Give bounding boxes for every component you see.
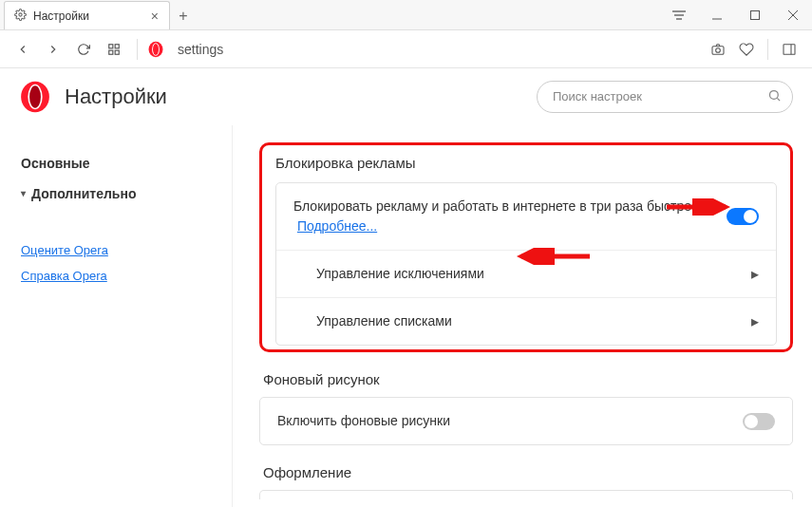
adblock-section-title: Блокировка рекламы [275, 155, 777, 171]
manage-exceptions-label: Управление исключениями [316, 264, 751, 284]
sidebar-item-label: Дополнительно [31, 186, 136, 201]
back-button[interactable] [9, 36, 36, 63]
manage-exceptions-row[interactable]: Управление исключениями ▸ [276, 250, 776, 297]
sidebar-item-basic[interactable]: Основные [21, 148, 215, 178]
snapshot-button[interactable] [705, 36, 731, 63]
svg-point-21 [29, 85, 41, 108]
settings-search-input[interactable] [537, 81, 793, 113]
svg-rect-15 [712, 46, 724, 54]
chevron-right-icon: ▸ [751, 265, 759, 283]
svg-rect-8 [109, 44, 113, 47]
sidebar-item-advanced[interactable]: Дополнительно [21, 178, 215, 209]
svg-line-23 [777, 98, 780, 101]
sidebar-rate-link[interactable]: Оцените Opera [21, 237, 215, 263]
maximize-button[interactable] [736, 1, 774, 29]
adblock-description: Блокировать рекламу и работать в интерне… [293, 197, 727, 236]
page-header: Настройки [0, 68, 812, 125]
easy-setup-icon[interactable] [660, 1, 698, 29]
wallpaper-section-title: Фоновый рисунок [263, 371, 793, 387]
reload-button[interactable] [70, 36, 97, 63]
page-title: Настройки [65, 84, 167, 109]
settings-content: Блокировка рекламы Блокировать рекламу и… [233, 125, 812, 507]
svg-point-0 [19, 12, 22, 15]
sidebar-panel-button[interactable] [776, 36, 803, 63]
svg-point-22 [770, 90, 779, 99]
titlebar: Настройки × + [0, 0, 812, 30]
gear-icon [14, 9, 27, 24]
opera-logo [19, 81, 51, 113]
learn-more-link[interactable]: Подробнее... [297, 218, 377, 234]
search-icon [767, 88, 782, 105]
divider [767, 39, 768, 60]
adblock-highlight: Блокировка рекламы Блокировать рекламу и… [259, 142, 793, 352]
appearance-section-title: Оформление [263, 464, 793, 480]
close-window-button[interactable] [774, 1, 812, 29]
wallpaper-section: Фоновый рисунок Включить фоновые рисунки [259, 371, 793, 445]
svg-point-14 [153, 44, 159, 55]
manage-lists-row[interactable]: Управление списками ▸ [276, 297, 776, 345]
url-field[interactable]: settings [168, 42, 701, 57]
address-bar: settings [0, 30, 812, 68]
settings-sidebar: Основные Дополнительно Оцените Opera Спр… [0, 125, 233, 507]
manage-lists-label: Управление списками [316, 311, 751, 331]
adblock-toggle-row: Блокировать рекламу и работать в интерне… [276, 183, 776, 250]
wallpaper-toggle-row: Включить фоновые рисунки [260, 398, 792, 444]
svg-rect-10 [109, 50, 113, 54]
adblock-card: Блокировать рекламу и работать в интерне… [275, 182, 777, 346]
speed-dial-button[interactable] [101, 36, 127, 63]
opera-icon [147, 41, 164, 58]
close-tab-icon[interactable]: × [148, 9, 161, 24]
bookmark-heart-button[interactable] [733, 36, 760, 63]
forward-button[interactable] [40, 36, 66, 63]
svg-rect-5 [751, 11, 760, 20]
adblock-toggle[interactable] [727, 208, 759, 225]
new-tab-button[interactable]: + [170, 3, 197, 29]
svg-rect-9 [115, 44, 119, 47]
wallpaper-toggle[interactable] [743, 413, 775, 430]
svg-point-16 [716, 47, 721, 52]
sidebar-help-link[interactable]: Справка Opera [21, 263, 215, 289]
tab-title: Настройки [33, 9, 148, 23]
minimize-button[interactable] [698, 1, 736, 29]
svg-rect-17 [784, 44, 795, 54]
browser-tab[interactable]: Настройки × [4, 1, 170, 29]
chevron-right-icon: ▸ [751, 312, 759, 330]
wallpaper-label: Включить фоновые рисунки [277, 411, 743, 431]
appearance-section: Оформление [259, 464, 793, 499]
divider [137, 39, 138, 60]
svg-rect-11 [115, 50, 119, 54]
